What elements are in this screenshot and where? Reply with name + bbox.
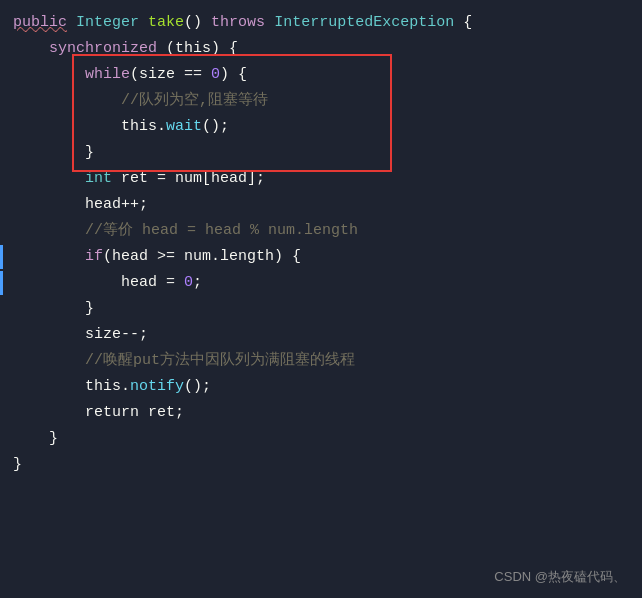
code-line-2: synchronized (this) { bbox=[0, 36, 642, 62]
keyword-this: this bbox=[175, 40, 211, 57]
comment-queue-empty: //队列为空,阻塞等待 bbox=[121, 92, 268, 109]
keyword-while: while bbox=[85, 66, 130, 83]
code-line-9: //等价 head = head % num.length bbox=[0, 218, 642, 244]
line-content-3: while(size == 0) { bbox=[3, 63, 247, 87]
line-content-15: this.notify(); bbox=[3, 375, 211, 399]
line-content-17: } bbox=[3, 427, 58, 451]
line-content-8: head++; bbox=[3, 193, 148, 217]
keyword-throws: throws bbox=[211, 14, 265, 31]
comment-equivalent: //等价 head = head % num.length bbox=[85, 222, 358, 239]
var-head-4: head bbox=[121, 274, 157, 291]
line-content-12: } bbox=[3, 297, 94, 321]
comment-notify: //唤醒put方法中因队列为满阻塞的线程 bbox=[85, 352, 355, 369]
line-content-4: //队列为空,阻塞等待 bbox=[3, 89, 268, 113]
func-take: take bbox=[148, 14, 184, 31]
var-head-3: head bbox=[112, 248, 148, 265]
line-content-11: head = 0; bbox=[3, 271, 202, 295]
keyword-public: public bbox=[13, 14, 67, 31]
method-notify: notify bbox=[130, 378, 184, 395]
line-content-18: } bbox=[3, 453, 22, 477]
code-line-1: public Integer take() throws Interrupted… bbox=[0, 10, 642, 36]
code-line-12: } bbox=[0, 296, 642, 322]
space bbox=[265, 14, 274, 31]
code-line-5: this.wait(); bbox=[0, 114, 642, 140]
line-content-5: this.wait(); bbox=[3, 115, 229, 139]
code-line-15: this.notify(); bbox=[0, 374, 642, 400]
code-line-13: size--; bbox=[0, 322, 642, 348]
parens: () bbox=[184, 14, 211, 31]
code-line-10: if(head >= num.length) { bbox=[0, 244, 642, 270]
line-content-2: synchronized (this) { bbox=[3, 37, 238, 61]
code-line-7: int ret = num[head]; bbox=[0, 166, 642, 192]
line-content-13: size--; bbox=[3, 323, 148, 347]
code-line-8: head++; bbox=[0, 192, 642, 218]
code-line-6: } bbox=[0, 140, 642, 166]
number-0: 0 bbox=[211, 66, 220, 83]
method-wait: wait bbox=[166, 118, 202, 135]
code-editor: public Integer take() throws Interrupted… bbox=[0, 0, 642, 598]
type-int: int bbox=[85, 170, 112, 187]
code-line-4: //队列为空,阻塞等待 bbox=[0, 88, 642, 114]
brace: { bbox=[454, 14, 472, 31]
line-content-1: public Integer take() throws Interrupted… bbox=[3, 11, 472, 35]
type-integer: Integer bbox=[76, 14, 139, 31]
line-content-9: //等价 head = head % num.length bbox=[3, 219, 358, 243]
line-content-16: return ret; bbox=[3, 401, 184, 425]
line-content-10: if(head >= num.length) { bbox=[3, 245, 301, 269]
keyword-if: if bbox=[85, 248, 103, 265]
number-0-2: 0 bbox=[184, 274, 193, 291]
var-head-2: head bbox=[85, 196, 121, 213]
code-line-16: return ret; bbox=[0, 400, 642, 426]
code-line-3: while(size == 0) { bbox=[0, 62, 642, 88]
code-line-11: head = 0; bbox=[0, 270, 642, 296]
line-content-7: int ret = num[head]; bbox=[3, 167, 265, 191]
keyword-this-2: this bbox=[121, 118, 157, 135]
line-content-14: //唤醒put方法中因队列为满阻塞的线程 bbox=[3, 349, 355, 373]
code-line-18: } bbox=[0, 452, 642, 478]
exception-type: InterruptedException bbox=[274, 14, 454, 31]
watermark: CSDN @热夜磕代码、 bbox=[494, 568, 626, 586]
keyword-this-3: this bbox=[85, 378, 121, 395]
space bbox=[139, 14, 148, 31]
var-head: head bbox=[211, 170, 247, 187]
keyword-synchronized: synchronized bbox=[49, 40, 157, 57]
code-line-14: //唤醒put方法中因队列为满阻塞的线程 bbox=[0, 348, 642, 374]
code-line-17: } bbox=[0, 426, 642, 452]
space bbox=[67, 14, 76, 31]
line-content-6: } bbox=[3, 141, 94, 165]
